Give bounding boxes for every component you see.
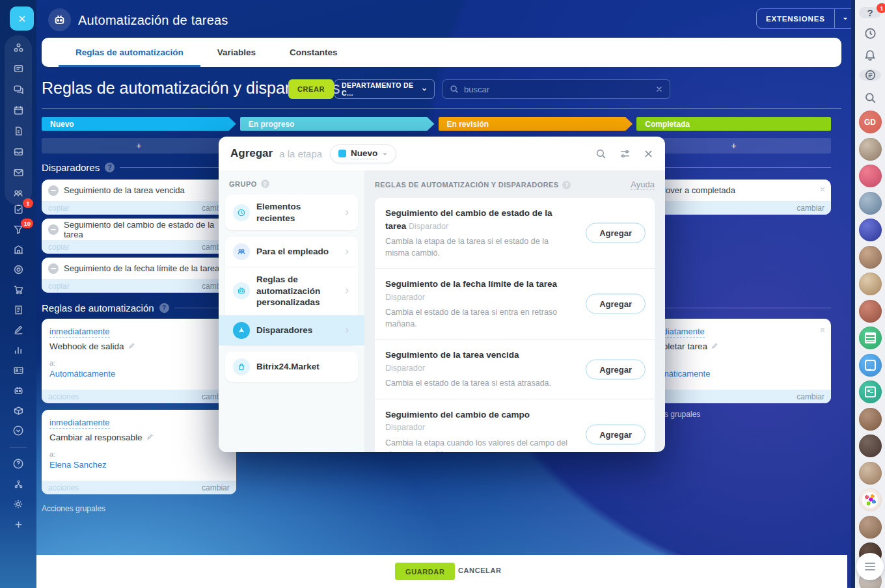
tab-automation-rules[interactable]: Reglas de automatización (59, 38, 200, 67)
edit-pencil-icon[interactable] (128, 341, 135, 351)
group-item-market[interactable]: Bitrix24.Market (225, 352, 358, 382)
sidebar-item-drive[interactable] (10, 146, 27, 157)
stage-completada[interactable]: Completada (636, 117, 831, 131)
rule-card[interactable]: inmediatamente Completar tarea a: Automá… (636, 319, 831, 403)
sidebar-item-add[interactable] (10, 518, 27, 530)
clear-search-icon[interactable] (655, 85, 663, 93)
planner-button[interactable] (859, 69, 881, 81)
sidebar-item-groups[interactable] (10, 187, 27, 199)
card-avatar-icon[interactable] (859, 381, 882, 403)
chat-avatar[interactable] (859, 462, 882, 485)
create-button[interactable]: CREAR (288, 79, 334, 99)
chat-avatar[interactable] (859, 192, 882, 215)
add-item-button[interactable]: Agregar (586, 223, 646, 243)
stage-nuevo[interactable]: Nuevo (42, 117, 236, 131)
group-actions-link[interactable]: Acciones grupales (636, 410, 831, 419)
chat-avatar[interactable] (859, 408, 882, 431)
add-to-stage-button[interactable]: + (636, 138, 831, 154)
sidebar-item-sales[interactable] (10, 284, 27, 295)
chat-avatar[interactable] (859, 516, 882, 539)
change-link[interactable]: cambiar (796, 204, 824, 213)
save-button[interactable]: GUARDAR (395, 563, 455, 580)
group-item-triggers[interactable]: Disparadores (219, 315, 364, 345)
stage-selector-chip[interactable]: Nuevo (330, 144, 396, 163)
group-item-custom-rules[interactable]: Reglas de automatización personalizadas (225, 267, 358, 315)
delete-card-icon[interactable] (819, 324, 826, 336)
menu-button[interactable] (856, 553, 884, 580)
tab-constants[interactable]: Constantes (273, 38, 355, 67)
sidebar-item-sitemap[interactable] (10, 478, 27, 490)
rule-card[interactable]: inmediatamente Webhook de salida a: Auto… (42, 319, 236, 403)
sidebar-item-feed[interactable] (10, 62, 27, 74)
copy-link[interactable]: copiar (48, 243, 70, 252)
change-link[interactable]: cambiar (202, 483, 230, 492)
sidebar-item-messenger[interactable] (10, 83, 27, 95)
stage-en-revision[interactable]: En revisión (439, 117, 633, 131)
help-hint-icon[interactable]: ? (105, 163, 115, 172)
group-actions-link[interactable]: Acciones grupales (42, 504, 236, 513)
add-item-button[interactable]: Agregar (586, 424, 646, 444)
sidebar-item-apps[interactable] (10, 42, 27, 53)
doc-avatar-icon[interactable] (859, 327, 882, 349)
cancel-button[interactable]: CANCELAR (458, 567, 502, 574)
trigger-card[interactable]: Seguimiento de la tarea vencida copiarca… (42, 180, 236, 215)
modal-filter-icon[interactable] (620, 148, 631, 159)
rule-to-link[interactable]: Elena Sanchez (49, 460, 228, 470)
history-button[interactable] (864, 27, 877, 40)
delete-card-icon[interactable] (819, 185, 826, 194)
copy-link[interactable]: copiar (48, 204, 70, 213)
sidebar-item-esign[interactable] (10, 304, 27, 315)
edit-pencil-icon[interactable] (711, 341, 718, 351)
stage-en-progreso[interactable]: En progreso (240, 117, 435, 131)
group-item-recent[interactable]: Elementos recientes (225, 194, 358, 230)
sidebar-item-docs[interactable] (10, 125, 27, 137)
sidebar-item-settings[interactable] (10, 498, 27, 510)
actions-link[interactable]: acciones (48, 483, 79, 492)
sidebar-item-tasks[interactable]: 1 (10, 203, 27, 215)
sidebar-item-help[interactable] (10, 458, 27, 470)
modal-search-icon[interactable] (595, 148, 606, 159)
help-hint-icon[interactable]: ? (159, 303, 169, 313)
sidebar-item-sign[interactable] (10, 324, 27, 336)
rule-to-link[interactable]: Automáticamente (49, 369, 228, 379)
chat-avatar[interactable] (859, 219, 882, 241)
search-button[interactable] (864, 92, 877, 104)
add-item-button[interactable]: Agregar (586, 294, 646, 314)
trigger-card[interactable]: Mover a completada cambiar (636, 180, 831, 215)
sidebar-item-calendar[interactable] (10, 104, 27, 116)
user-avatar[interactable]: GD (859, 111, 882, 133)
help-hint-icon[interactable]: ? (261, 180, 269, 188)
notifications-button[interactable] (864, 49, 877, 62)
rule-when-link[interactable]: inmediatamente (49, 327, 110, 338)
rule-when-link[interactable]: inmediatamente (49, 418, 110, 429)
trigger-card[interactable]: Seguimiento de la fecha límite de la tar… (42, 258, 236, 293)
rule-card[interactable]: inmediatamente Cambiar al responsable a:… (42, 410, 236, 494)
help-link[interactable]: Ayuda (631, 180, 655, 190)
chat-avatar-icon[interactable] (859, 354, 882, 377)
chat-avatar[interactable] (859, 165, 882, 187)
change-link[interactable]: cambiar (796, 392, 824, 401)
help-hint-icon[interactable]: ? (562, 181, 571, 189)
helpdesk-button[interactable]: ?1 (859, 7, 881, 18)
chat-avatar[interactable] (859, 434, 882, 457)
burst-avatar-icon[interactable] (859, 488, 882, 511)
sidebar-item-bi[interactable] (10, 344, 27, 356)
sidebar-item-crm[interactable]: 10 (10, 223, 27, 235)
edit-pencil-icon[interactable] (146, 433, 154, 442)
modal-close-icon[interactable] (644, 149, 653, 159)
add-to-stage-button[interactable]: + (42, 138, 236, 154)
sidebar-item-mail[interactable] (10, 167, 27, 178)
search-input[interactable] (464, 85, 650, 94)
chat-avatar[interactable] (859, 138, 882, 161)
sidebar-item-marketing[interactable] (10, 263, 27, 275)
sidebar-item-contact-center[interactable] (10, 364, 27, 376)
tab-variables[interactable]: Variables (200, 38, 273, 67)
sidebar-item-inventory[interactable] (10, 405, 27, 416)
sidebar-item-automation[interactable] (10, 384, 27, 396)
trigger-card[interactable]: Seguimiento del cambio de estado de la t… (42, 219, 236, 254)
chat-avatar[interactable] (859, 300, 882, 323)
add-item-button[interactable]: Agregar (586, 359, 646, 379)
sidebar-item-more[interactable] (10, 425, 27, 436)
chat-avatar[interactable] (859, 246, 882, 269)
close-slider-button[interactable] (10, 7, 34, 31)
